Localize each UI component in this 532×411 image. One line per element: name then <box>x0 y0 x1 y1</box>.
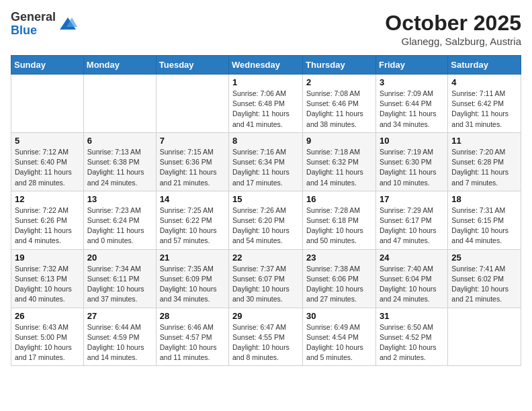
page-header: General Blue October 2025 Glanegg, Salzb… <box>11 11 521 47</box>
day-number: 18 <box>451 194 517 204</box>
day-info: Sunrise: 7:16 AM Sunset: 6:34 PM Dayligh… <box>232 147 299 188</box>
location-text: Glanegg, Salzburg, Austria <box>385 36 521 47</box>
calendar-cell: 7Sunrise: 7:15 AM Sunset: 6:36 PM Daylig… <box>156 132 228 191</box>
day-info: Sunrise: 7:38 AM Sunset: 6:06 PM Dayligh… <box>306 264 372 305</box>
calendar-cell: 11Sunrise: 7:20 AM Sunset: 6:28 PM Dayli… <box>448 132 521 191</box>
day-number: 20 <box>87 253 152 263</box>
calendar-cell <box>11 75 84 133</box>
calendar-cell: 24Sunrise: 7:40 AM Sunset: 6:04 PM Dayli… <box>375 249 447 308</box>
day-info: Sunrise: 7:25 AM Sunset: 6:22 PM Dayligh… <box>160 205 225 246</box>
day-info: Sunrise: 7:15 AM Sunset: 6:36 PM Dayligh… <box>160 147 225 188</box>
day-number: 24 <box>380 253 444 263</box>
title-block: October 2025 Glanegg, Salzburg, Austria <box>385 11 521 47</box>
calendar-cell: 25Sunrise: 7:41 AM Sunset: 6:02 PM Dayli… <box>448 249 521 308</box>
calendar-cell: 12Sunrise: 7:22 AM Sunset: 6:26 PM Dayli… <box>11 191 84 249</box>
day-info: Sunrise: 7:31 AM Sunset: 6:15 PM Dayligh… <box>451 205 517 246</box>
day-info: Sunrise: 6:43 AM Sunset: 5:00 PM Dayligh… <box>15 322 80 363</box>
calendar-cell: 9Sunrise: 7:18 AM Sunset: 6:32 PM Daylig… <box>303 132 376 191</box>
calendar-week-row: 26Sunrise: 6:43 AM Sunset: 5:00 PM Dayli… <box>11 308 521 366</box>
day-header-friday: Friday <box>375 56 447 75</box>
day-info: Sunrise: 6:44 AM Sunset: 4:59 PM Dayligh… <box>87 322 152 363</box>
day-number: 5 <box>15 136 80 146</box>
calendar-week-row: 12Sunrise: 7:22 AM Sunset: 6:26 PM Dayli… <box>11 191 521 249</box>
day-number: 12 <box>15 194 80 204</box>
day-number: 6 <box>87 136 152 146</box>
day-number: 1 <box>232 77 299 87</box>
day-info: Sunrise: 7:09 AM Sunset: 6:44 PM Dayligh… <box>380 89 444 130</box>
day-number: 31 <box>380 311 444 321</box>
calendar-cell <box>156 75 228 133</box>
calendar-cell: 4Sunrise: 7:11 AM Sunset: 6:42 PM Daylig… <box>448 75 521 133</box>
calendar-week-row: 19Sunrise: 7:32 AM Sunset: 6:13 PM Dayli… <box>11 249 521 308</box>
day-info: Sunrise: 6:47 AM Sunset: 4:55 PM Dayligh… <box>232 322 299 363</box>
month-title: October 2025 <box>385 11 521 36</box>
logo: General Blue <box>11 11 77 38</box>
day-header-thursday: Thursday <box>303 56 376 75</box>
calendar-cell: 8Sunrise: 7:16 AM Sunset: 6:34 PM Daylig… <box>229 132 303 191</box>
logo-blue-text: Blue <box>11 24 56 38</box>
day-info: Sunrise: 7:22 AM Sunset: 6:26 PM Dayligh… <box>15 205 80 246</box>
day-number: 16 <box>306 194 372 204</box>
day-info: Sunrise: 6:49 AM Sunset: 4:54 PM Dayligh… <box>306 322 372 363</box>
day-info: Sunrise: 7:08 AM Sunset: 6:46 PM Dayligh… <box>306 89 372 130</box>
calendar-week-row: 5Sunrise: 7:12 AM Sunset: 6:40 PM Daylig… <box>11 132 521 191</box>
day-info: Sunrise: 7:18 AM Sunset: 6:32 PM Dayligh… <box>306 147 372 188</box>
calendar-cell: 1Sunrise: 7:06 AM Sunset: 6:48 PM Daylig… <box>229 75 303 133</box>
day-number: 4 <box>451 77 517 87</box>
day-header-sunday: Sunday <box>11 56 84 75</box>
calendar-cell: 26Sunrise: 6:43 AM Sunset: 5:00 PM Dayli… <box>11 308 84 366</box>
calendar-cell: 31Sunrise: 6:50 AM Sunset: 4:52 PM Dayli… <box>375 308 447 366</box>
calendar-cell <box>448 308 521 366</box>
day-info: Sunrise: 7:19 AM Sunset: 6:30 PM Dayligh… <box>380 147 444 188</box>
day-info: Sunrise: 7:26 AM Sunset: 6:20 PM Dayligh… <box>232 205 299 246</box>
day-info: Sunrise: 7:06 AM Sunset: 6:48 PM Dayligh… <box>232 89 299 130</box>
calendar-cell: 14Sunrise: 7:25 AM Sunset: 6:22 PM Dayli… <box>156 191 228 249</box>
day-number: 25 <box>451 253 517 263</box>
day-number: 17 <box>380 194 444 204</box>
day-number: 14 <box>160 194 225 204</box>
calendar-cell: 5Sunrise: 7:12 AM Sunset: 6:40 PM Daylig… <box>11 132 84 191</box>
day-number: 2 <box>306 77 372 87</box>
day-number: 30 <box>306 311 372 321</box>
day-info: Sunrise: 7:12 AM Sunset: 6:40 PM Dayligh… <box>15 147 80 188</box>
calendar-cell: 21Sunrise: 7:35 AM Sunset: 6:09 PM Dayli… <box>156 249 228 308</box>
day-number: 10 <box>380 136 444 146</box>
day-info: Sunrise: 6:46 AM Sunset: 4:57 PM Dayligh… <box>160 322 225 363</box>
day-number: 26 <box>15 311 80 321</box>
day-header-monday: Monday <box>83 56 156 75</box>
day-info: Sunrise: 7:34 AM Sunset: 6:11 PM Dayligh… <box>87 264 152 305</box>
day-info: Sunrise: 7:13 AM Sunset: 6:38 PM Dayligh… <box>87 147 152 188</box>
calendar-cell: 30Sunrise: 6:49 AM Sunset: 4:54 PM Dayli… <box>303 308 376 366</box>
day-info: Sunrise: 7:35 AM Sunset: 6:09 PM Dayligh… <box>160 264 225 305</box>
calendar-cell: 6Sunrise: 7:13 AM Sunset: 6:38 PM Daylig… <box>83 132 156 191</box>
day-number: 15 <box>232 194 299 204</box>
calendar-cell: 28Sunrise: 6:46 AM Sunset: 4:57 PM Dayli… <box>156 308 228 366</box>
calendar-cell: 17Sunrise: 7:29 AM Sunset: 6:17 PM Dayli… <box>375 191 447 249</box>
day-info: Sunrise: 7:41 AM Sunset: 6:02 PM Dayligh… <box>451 264 517 305</box>
calendar-cell: 2Sunrise: 7:08 AM Sunset: 6:46 PM Daylig… <box>303 75 376 133</box>
day-number: 21 <box>160 253 225 263</box>
day-number: 28 <box>160 311 225 321</box>
calendar-table: SundayMondayTuesdayWednesdayThursdayFrid… <box>11 55 521 366</box>
calendar-cell: 10Sunrise: 7:19 AM Sunset: 6:30 PM Dayli… <box>375 132 447 191</box>
calendar-cell: 15Sunrise: 7:26 AM Sunset: 6:20 PM Dayli… <box>229 191 303 249</box>
day-number: 23 <box>306 253 372 263</box>
day-info: Sunrise: 7:23 AM Sunset: 6:24 PM Dayligh… <box>87 205 152 246</box>
day-info: Sunrise: 7:20 AM Sunset: 6:28 PM Dayligh… <box>451 147 517 188</box>
day-info: Sunrise: 7:37 AM Sunset: 6:07 PM Dayligh… <box>232 264 299 305</box>
calendar-cell: 18Sunrise: 7:31 AM Sunset: 6:15 PM Dayli… <box>448 191 521 249</box>
day-info: Sunrise: 6:50 AM Sunset: 4:52 PM Dayligh… <box>380 322 444 363</box>
logo-icon <box>58 15 77 34</box>
calendar-cell: 16Sunrise: 7:28 AM Sunset: 6:18 PM Dayli… <box>303 191 376 249</box>
day-header-wednesday: Wednesday <box>229 56 303 75</box>
calendar-cell: 22Sunrise: 7:37 AM Sunset: 6:07 PM Dayli… <box>229 249 303 308</box>
calendar-week-row: 1Sunrise: 7:06 AM Sunset: 6:48 PM Daylig… <box>11 75 521 133</box>
day-number: 9 <box>306 136 372 146</box>
calendar-cell: 20Sunrise: 7:34 AM Sunset: 6:11 PM Dayli… <box>83 249 156 308</box>
day-number: 19 <box>15 253 80 263</box>
calendar-cell: 3Sunrise: 7:09 AM Sunset: 6:44 PM Daylig… <box>375 75 447 133</box>
calendar-cell: 13Sunrise: 7:23 AM Sunset: 6:24 PM Dayli… <box>83 191 156 249</box>
calendar-cell: 19Sunrise: 7:32 AM Sunset: 6:13 PM Dayli… <box>11 249 84 308</box>
day-number: 22 <box>232 253 299 263</box>
calendar-cell: 29Sunrise: 6:47 AM Sunset: 4:55 PM Dayli… <box>229 308 303 366</box>
